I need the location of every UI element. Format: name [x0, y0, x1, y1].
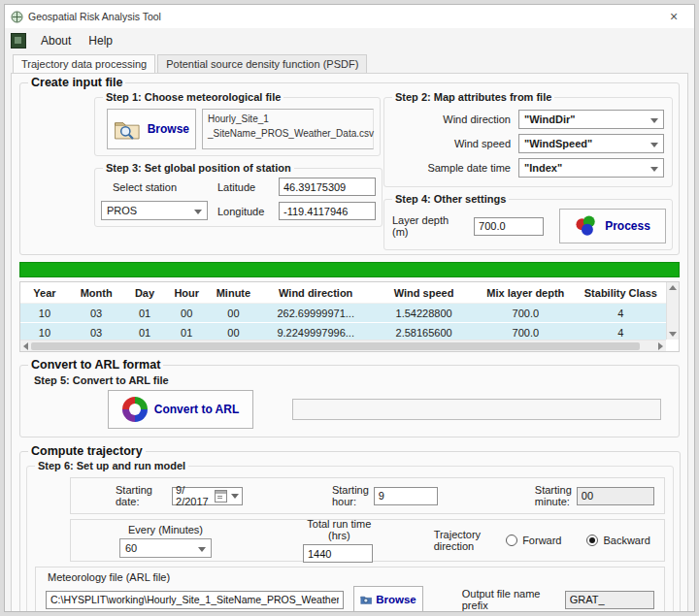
- close-button[interactable]: ×: [659, 6, 688, 27]
- convert-group: Convert to ARL format Step 5: Convert to…: [19, 358, 680, 438]
- wind-direction-select[interactable]: "WindDir": [518, 110, 664, 129]
- step4-group: Step 4: Other settings Layer depth (m): [383, 193, 673, 250]
- layer-depth-field[interactable]: [474, 217, 544, 236]
- wind-speed-label: Wind speed: [454, 138, 511, 149]
- grid-header-row: Year Month Day Hour Minute Wind directio…: [20, 282, 666, 304]
- every-minutes-label: Every (Minutes): [119, 524, 212, 535]
- tab-trajectory-data-processing[interactable]: Trajectory data processing: [13, 54, 155, 74]
- browse-arl-button[interactable]: Browse: [353, 586, 423, 612]
- read-progress-bar: [19, 262, 680, 277]
- chevron-down-icon: [650, 118, 658, 123]
- menu-bar: About Help: [5, 28, 694, 52]
- scroll-left-icon[interactable]: [23, 342, 28, 350]
- longitude-label: Longitude: [217, 206, 271, 217]
- met-file-label: Meteorology file (ARL file): [48, 571, 654, 583]
- browse-meteo-button[interactable]: Browse: [107, 109, 196, 149]
- run-settings-panel: Every (Minutes) 60 Total run time (hrs) …: [70, 519, 665, 562]
- selected-file-label: Hourly_Site_1 _SiteName_PROS_Weather_Dat…: [202, 109, 374, 149]
- app-window: Geospatial Risk Analysis Tool × About He…: [4, 4, 695, 612]
- scroll-right-icon[interactable]: [658, 342, 663, 350]
- trajectory-direction-label: Trajectory direction: [434, 529, 482, 552]
- step2-title: Step 2: Map attributes from file: [392, 91, 554, 103]
- radio-circle-icon: [586, 535, 598, 546]
- total-run-time-field[interactable]: [303, 544, 373, 563]
- folder-search-icon: [114, 116, 141, 142]
- forward-radio[interactable]: Forward: [506, 535, 561, 546]
- about-icon: [11, 33, 26, 49]
- title-bar: Geospatial Risk Analysis Tool ×: [5, 5, 694, 28]
- backward-radio[interactable]: Backward: [586, 535, 649, 546]
- menu-about[interactable]: About: [32, 31, 80, 50]
- latitude-field[interactable]: [279, 178, 376, 196]
- starting-date-picker[interactable]: 9/ 2/2017: [172, 487, 243, 505]
- browse-label: Browse: [376, 594, 416, 605]
- tab-strip: Trajectory data processing Potential sou…: [5, 52, 694, 73]
- convert-progress-bar: [292, 399, 661, 420]
- tab-page: Create input file Step 1: Choose meteoro…: [11, 73, 688, 612]
- weather-data-grid[interactable]: Year Month Day Hour Minute Wind directio…: [19, 281, 680, 352]
- menu-help[interactable]: Help: [80, 31, 121, 50]
- trajectory-title: Compute trajectory: [28, 444, 146, 458]
- step1-group: Step 1: Choose meteorological file Brows…: [94, 91, 381, 156]
- tab-psdf[interactable]: Potential source density function (PSDF): [157, 54, 367, 73]
- scroll-down-icon[interactable]: [669, 332, 677, 337]
- chevron-down-icon: [198, 547, 206, 552]
- total-run-time-label: Total run time (hrs): [303, 518, 376, 541]
- longitude-field[interactable]: [279, 202, 376, 220]
- trajectory-group: Compute trajectory Step 6: Set up and ru…: [19, 444, 681, 612]
- scrollbar-thumb[interactable]: [31, 342, 640, 350]
- chevron-down-icon: [650, 167, 658, 172]
- output-prefix-label: Output file name prefix: [462, 588, 555, 611]
- latitude-label: Latitude: [217, 181, 271, 193]
- layer-depth-label: Layer depth (m): [392, 214, 466, 238]
- chevron-down-icon: [194, 210, 202, 214]
- create-input-title: Create input file: [28, 76, 125, 89]
- scroll-up-icon[interactable]: [669, 285, 677, 290]
- color-cycle-icon: [122, 397, 148, 422]
- convert-to-arl-button[interactable]: Convert to ARL: [108, 390, 253, 429]
- app-icon: [11, 11, 23, 23]
- table-row[interactable]: 10 03 01 01 00 9.2249997996... 2.5816560…: [20, 323, 666, 340]
- starting-hour-label: Starting hour:: [332, 484, 369, 507]
- step4-title: Step 4: Other settings: [392, 193, 509, 205]
- vertical-scrollbar[interactable]: [666, 282, 679, 340]
- folder-search-icon: [360, 592, 372, 607]
- step3-group: Step 3: Set global position of station S…: [94, 162, 383, 227]
- convert-title: Convert to ARL format: [28, 358, 163, 372]
- step2-group: Step 2: Map attributes from file Wind di…: [383, 91, 673, 187]
- process-label: Process: [605, 219, 650, 233]
- every-minutes-select[interactable]: 60: [119, 538, 212, 558]
- start-datetime-panel: Starting date: 9/ 2/2017 Starting hour: …: [70, 477, 665, 514]
- starting-minute-label: Starting minute:: [535, 484, 572, 507]
- step3-title: Step 3: Set global position of station: [103, 162, 294, 174]
- browse-label: Browse: [148, 122, 189, 136]
- chevron-down-icon: [231, 494, 239, 499]
- convert-label: Convert to ARL: [154, 403, 240, 416]
- sample-date-time-select[interactable]: "Index": [518, 158, 664, 178]
- wind-speed-select[interactable]: "WindSpeed": [518, 134, 664, 153]
- process-button[interactable]: Process: [559, 209, 666, 243]
- starting-hour-field[interactable]: [374, 487, 438, 505]
- table-row[interactable]: 10 03 01 00 00 262.69999971... 1.5422880…: [20, 304, 666, 322]
- select-station-label: Select station: [101, 181, 208, 193]
- chevron-down-icon: [650, 143, 658, 147]
- radio-circle-icon: [506, 535, 517, 546]
- rgb-spheres-icon: [575, 215, 598, 237]
- step1-title: Step 1: Choose meteorological file: [103, 91, 283, 103]
- step5-title: Step 5: Convert to ARL file: [34, 374, 673, 386]
- horizontal-scrollbar[interactable]: [20, 340, 666, 351]
- wind-direction-label: Wind direction: [443, 113, 511, 125]
- met-file-panel: Meteorology file (ARL file) Browse Outpu…: [35, 567, 665, 612]
- step6-title: Step 6: Set up and run model: [35, 460, 188, 471]
- sample-date-time-label: Sample date time: [427, 162, 511, 174]
- window-title: Geospatial Risk Analysis Tool: [28, 11, 659, 22]
- starting-minute-field[interactable]: [577, 487, 654, 505]
- step6-group: Step 6: Set up and run model Starting da…: [26, 460, 674, 612]
- station-select[interactable]: PROS: [101, 201, 208, 220]
- starting-date-label: Starting date:: [116, 484, 167, 507]
- output-prefix-field[interactable]: [565, 591, 654, 609]
- calendar-icon: [215, 490, 227, 503]
- create-input-group: Create input file Step 1: Choose meteoro…: [19, 76, 680, 255]
- met-file-field[interactable]: [46, 591, 344, 609]
